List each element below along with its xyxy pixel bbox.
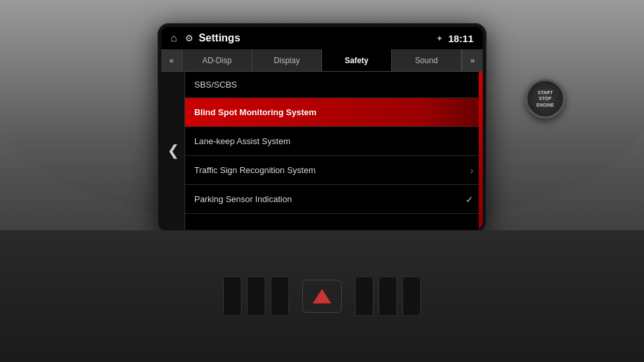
tab-ad-disp[interactable]: AD-Disp: [182, 49, 252, 71]
vent-slot-5: [379, 276, 397, 316]
status-bar: ⌂ ⚙ Settings ✦ 18:11: [161, 27, 483, 49]
start-stop-engine-button[interactable]: STARTSTOPENGINE: [525, 79, 565, 118]
settings-gear-icon: ⚙: [185, 33, 194, 43]
screen: ⌂ ⚙ Settings ✦ 18:11 « AD-Disp Display S…: [161, 27, 483, 230]
vent-slot-1: [223, 276, 242, 316]
right-vent-group: [355, 276, 421, 316]
content-area: ❮ SBS/SCBS Blind Spot Monitoring System …: [161, 72, 483, 230]
clock-display: 18:11: [448, 33, 473, 44]
start-stop-area: STARTSTOPENGINE: [525, 79, 565, 118]
checkmark-icon: ✓: [466, 194, 473, 205]
vent-slot-4: [355, 276, 373, 316]
tab-sound[interactable]: Sound: [392, 49, 462, 71]
tab-nav-forward-button[interactable]: »: [462, 49, 483, 71]
red-accent-bar: [479, 72, 483, 230]
vent-slot-3: [271, 276, 289, 316]
back-arrow-button[interactable]: ❮: [161, 72, 185, 230]
menu-item-sbs-scbs[interactable]: SBS/SCBS: [185, 72, 483, 98]
menu-item-lane-keep[interactable]: Lane-keep Assist System: [185, 127, 483, 156]
home-icon[interactable]: ⌂: [171, 32, 177, 44]
tab-bar: « AD-Disp Display Safety Sound »: [161, 49, 483, 72]
vent-slot-2: [247, 276, 265, 316]
hazard-triangle-icon: [313, 289, 331, 303]
vent-slot-6: [402, 276, 421, 316]
bottom-panel: [0, 230, 644, 362]
menu-item-parking-sensor[interactable]: Parking Sensor Indication ✓: [185, 185, 483, 214]
screen-bezel: ⌂ ⚙ Settings ✦ 18:11 « AD-Disp Display S…: [157, 23, 487, 234]
tab-display[interactable]: Display: [252, 49, 322, 71]
screen-container: ⌂ ⚙ Settings ✦ 18:11 « AD-Disp Display S…: [157, 23, 487, 234]
menu-item-traffic-sign[interactable]: Traffic Sign Recognition System ›: [185, 156, 483, 185]
bluetooth-icon: ✦: [436, 34, 443, 43]
tab-nav-back-button[interactable]: «: [161, 49, 182, 71]
settings-title: Settings: [199, 32, 431, 44]
start-stop-label: STARTSTOPENGINE: [537, 90, 554, 107]
menu-item-blind-spot[interactable]: Blind Spot Monitoring System: [185, 98, 483, 127]
tab-safety[interactable]: Safety: [322, 49, 392, 71]
chevron-right-icon: ›: [470, 165, 473, 176]
menu-list: SBS/SCBS Blind Spot Monitoring System La…: [185, 72, 483, 230]
left-vent-group: [223, 276, 289, 316]
hazard-button[interactable]: [302, 280, 342, 313]
